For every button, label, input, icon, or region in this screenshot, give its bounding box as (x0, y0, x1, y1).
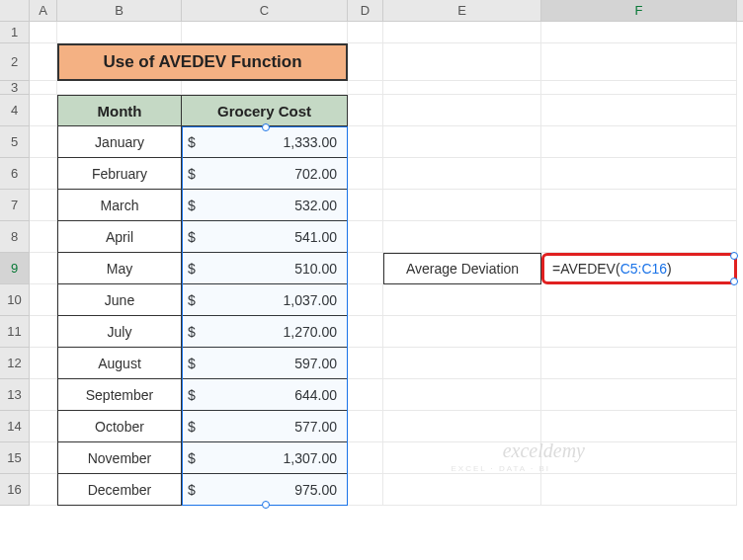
month-cell[interactable]: November (57, 442, 182, 474)
cell-F7[interactable] (541, 190, 737, 221)
month-cell[interactable]: April (57, 221, 182, 253)
cell-F13[interactable] (541, 379, 737, 411)
cost-cell[interactable]: $510.00 (182, 253, 348, 284)
cell-E12[interactable] (383, 348, 541, 379)
month-cell[interactable]: January (57, 126, 182, 158)
row-header-15[interactable]: 15 (0, 442, 30, 474)
cell-D2[interactable] (348, 43, 383, 81)
row-header-14[interactable]: 14 (0, 411, 30, 442)
cell-E9[interactable]: Average Deviation (383, 253, 541, 284)
cell-D5[interactable] (348, 126, 383, 158)
month-cell[interactable]: August (57, 348, 182, 379)
cell-F4[interactable] (541, 95, 737, 126)
cell-A12[interactable] (30, 348, 57, 379)
cost-cell[interactable]: $1,037.00 (182, 284, 348, 316)
cell-E3[interactable] (383, 81, 541, 95)
cell-D13[interactable] (348, 379, 383, 411)
cell-B3[interactable] (57, 81, 182, 95)
cell-F10[interactable] (541, 284, 737, 316)
cell-E4[interactable] (383, 95, 541, 126)
cell-A14[interactable] (30, 411, 57, 442)
cell-F11[interactable] (541, 316, 737, 348)
spreadsheet-grid[interactable]: A B C D E F 1 2 Use of AVEDEV Function 3 (0, 0, 743, 506)
cell-E2[interactable] (383, 43, 541, 81)
cell-F14[interactable] (541, 411, 737, 442)
row-header-16[interactable]: 16 (0, 474, 30, 506)
row-header-12[interactable]: 12 (0, 348, 30, 379)
month-cell[interactable]: June (57, 284, 182, 316)
cell-A15[interactable] (30, 442, 57, 474)
col-header-C[interactable]: C (182, 0, 348, 21)
col-header-D[interactable]: D (348, 0, 383, 21)
cell-D8[interactable] (348, 221, 383, 253)
cell-F15[interactable] (541, 442, 737, 474)
row-header-2[interactable]: 2 (0, 43, 30, 81)
cell-E14[interactable] (383, 411, 541, 442)
cell-D10[interactable] (348, 284, 383, 316)
month-cell[interactable]: October (57, 411, 182, 442)
row-header-1[interactable]: 1 (0, 22, 30, 43)
month-cell[interactable]: May (57, 253, 182, 284)
cell-F12[interactable] (541, 348, 737, 379)
cell-E8[interactable] (383, 221, 541, 253)
cell-F16[interactable] (541, 474, 737, 506)
row-header-5[interactable]: 5 (0, 126, 30, 158)
cell-D3[interactable] (348, 81, 383, 95)
cell-E16[interactable] (383, 474, 541, 506)
cost-cell[interactable]: $532.00 (182, 190, 348, 221)
col-header-E[interactable]: E (383, 0, 541, 21)
cell-A1[interactable] (30, 22, 57, 43)
cell-C1[interactable] (182, 22, 348, 43)
cell-D14[interactable] (348, 411, 383, 442)
month-cell[interactable]: July (57, 316, 182, 348)
formula-cell[interactable]: =AVEDEV(C5:C16) (541, 253, 737, 284)
month-cell[interactable]: February (57, 158, 182, 190)
col-header-F[interactable]: F (541, 0, 737, 21)
col-header-A[interactable]: A (30, 0, 57, 21)
month-cell[interactable]: March (57, 190, 182, 221)
row-header-6[interactable]: 6 (0, 158, 30, 190)
cell-A5[interactable] (30, 126, 57, 158)
cell-A11[interactable] (30, 316, 57, 348)
cell-E15[interactable] (383, 442, 541, 474)
cell-E10[interactable] (383, 284, 541, 316)
cell-F3[interactable] (541, 81, 737, 95)
cost-cell[interactable]: $597.00 (182, 348, 348, 379)
cell-D9[interactable] (348, 253, 383, 284)
cell-E13[interactable] (383, 379, 541, 411)
cell-A3[interactable] (30, 81, 57, 95)
row-header-10[interactable]: 10 (0, 284, 30, 316)
cell-C3[interactable] (182, 81, 348, 95)
cell-F1[interactable] (541, 22, 737, 43)
title-cell[interactable]: Use of AVEDEV Function (57, 43, 348, 81)
cell-D12[interactable] (348, 348, 383, 379)
col-header-B[interactable]: B (57, 0, 182, 21)
cell-A16[interactable] (30, 474, 57, 506)
row-header-11[interactable]: 11 (0, 316, 30, 348)
header-cost[interactable]: Grocery Cost (182, 95, 348, 126)
cell-A13[interactable] (30, 379, 57, 411)
row-header-9[interactable]: 9 (0, 253, 30, 284)
cell-F2[interactable] (541, 43, 737, 81)
cell-E11[interactable] (383, 316, 541, 348)
cell-B1[interactable] (57, 22, 182, 43)
cell-D7[interactable] (348, 190, 383, 221)
cell-A6[interactable] (30, 158, 57, 190)
cell-D1[interactable] (348, 22, 383, 43)
cell-D16[interactable] (348, 474, 383, 506)
cell-D6[interactable] (348, 158, 383, 190)
cost-cell[interactable]: $702.00 (182, 158, 348, 190)
cell-A2[interactable] (30, 43, 57, 81)
cost-cell[interactable]: $1,333.00 (182, 126, 348, 158)
cell-F5[interactable] (541, 126, 737, 158)
cell-A9[interactable] (30, 253, 57, 284)
cell-E7[interactable] (383, 190, 541, 221)
cost-cell[interactable]: $644.00 (182, 379, 348, 411)
row-header-13[interactable]: 13 (0, 379, 30, 411)
cost-cell[interactable]: $975.00 (182, 474, 348, 506)
cell-A10[interactable] (30, 284, 57, 316)
select-all-corner[interactable] (0, 0, 30, 21)
cell-D11[interactable] (348, 316, 383, 348)
cell-E1[interactable] (383, 22, 541, 43)
cell-D15[interactable] (348, 442, 383, 474)
